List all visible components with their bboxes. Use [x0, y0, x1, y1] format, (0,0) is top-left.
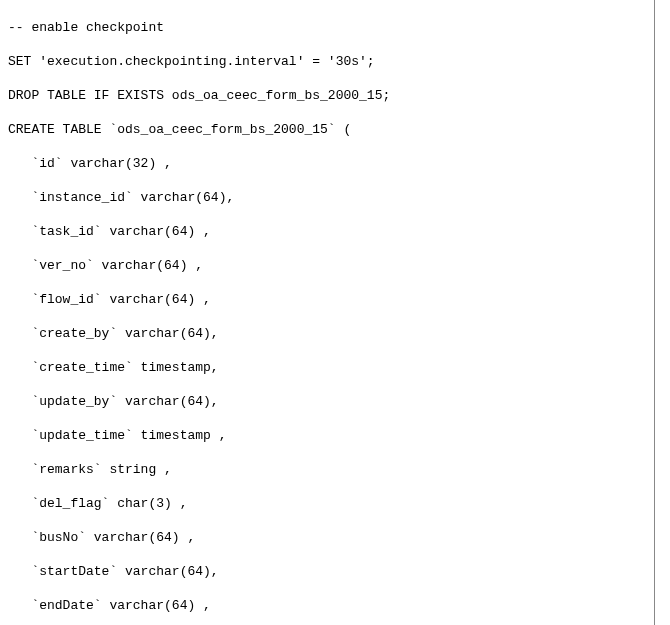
code-line: `instance_id` varchar(64),	[8, 189, 646, 206]
code-viewport: -- enable checkpoint SET 'execution.chec…	[0, 0, 655, 625]
code-line: `endDate` varchar(64) ,	[8, 597, 646, 614]
code-line: `create_time` timestamp,	[8, 359, 646, 376]
code-line: `del_flag` char(3) ,	[8, 495, 646, 512]
code-line: `flow_id` varchar(64) ,	[8, 291, 646, 308]
code-line: DROP TABLE IF EXISTS ods_oa_ceec_form_bs…	[8, 87, 646, 104]
code-line: `update_by` varchar(64),	[8, 393, 646, 410]
code-line: `remarks` string ,	[8, 461, 646, 478]
code-line: `update_time` timestamp ,	[8, 427, 646, 444]
code-line: `create_by` varchar(64),	[8, 325, 646, 342]
code-line: CREATE TABLE `ods_oa_ceec_form_bs_2000_1…	[8, 121, 646, 138]
code-line: `task_id` varchar(64) ,	[8, 223, 646, 240]
code-line: SET 'execution.checkpointing.interval' =…	[8, 53, 646, 70]
sql-code-block: -- enable checkpoint SET 'execution.chec…	[0, 0, 654, 625]
code-line: `ver_no` varchar(64) ,	[8, 257, 646, 274]
code-line: `startDate` varchar(64),	[8, 563, 646, 580]
code-line: -- enable checkpoint	[8, 19, 646, 36]
code-line: `id` varchar(32) ,	[8, 155, 646, 172]
code-line: `busNo` varchar(64) ,	[8, 529, 646, 546]
